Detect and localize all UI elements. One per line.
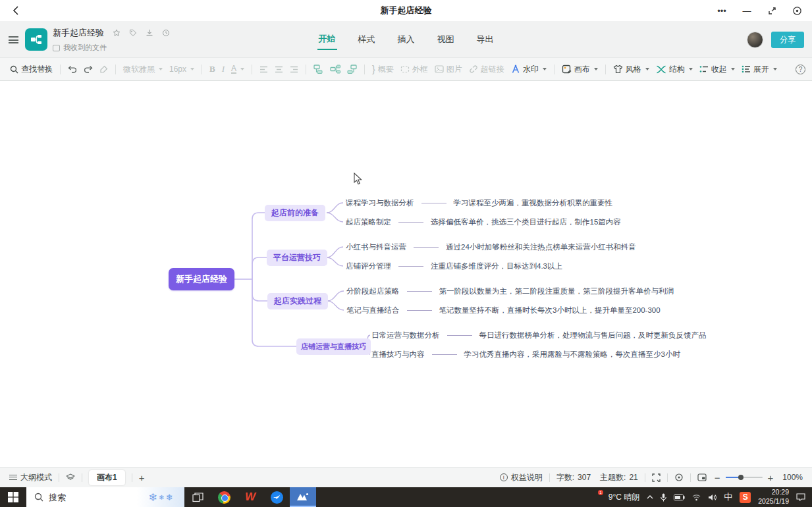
- align-right-button[interactable]: [286, 66, 302, 73]
- boundary-icon: [400, 65, 410, 73]
- branch-node-platform-ops[interactable]: 平台运营技巧: [267, 250, 327, 266]
- network-icon[interactable]: [692, 494, 701, 501]
- format-painter-button[interactable]: [96, 65, 111, 74]
- locate-center-button[interactable]: [674, 473, 684, 482]
- tab-insert[interactable]: 插入: [396, 30, 416, 49]
- chrome-app-button[interactable]: [211, 487, 237, 507]
- insert-sibling-topic-button[interactable]: [310, 65, 327, 74]
- tab-style[interactable]: 样式: [357, 30, 377, 49]
- font-family-select[interactable]: 微软雅黑: [120, 64, 166, 75]
- toolbar: 查找替换 微软雅黑 16px B I A: [0, 58, 812, 81]
- outline-icon: [9, 475, 17, 480]
- leaf-node[interactable]: 日常运营与数据分析 每日进行数据榜单分析，处理物流与售后问题，及时更新负反馈产品: [371, 330, 707, 340]
- branch-node-practice[interactable]: 起店实践过程: [267, 293, 328, 309]
- canvas-button[interactable]: 画布: [558, 64, 601, 75]
- align-center-button[interactable]: [271, 66, 286, 73]
- share-button[interactable]: 分享: [771, 32, 804, 48]
- hyperlink-button[interactable]: 超链接: [466, 64, 508, 75]
- action-center-icon[interactable]: [796, 493, 805, 501]
- font-size-select[interactable]: 16px: [166, 65, 198, 74]
- boundary-button[interactable]: 外框: [397, 64, 431, 75]
- fullscreen-button[interactable]: [652, 473, 661, 482]
- summary-button[interactable]: }概要: [369, 64, 397, 75]
- connector-line: [447, 335, 472, 336]
- connector-line: [414, 247, 439, 248]
- leaf-node[interactable]: 起店策略制定 选择偏低客单价，挑选三个类目进行起店，制作15篇内容: [346, 217, 621, 227]
- structure-button[interactable]: 结构: [653, 64, 696, 75]
- leaf-node[interactable]: 店铺评分管理 注重店铺多维度评分，目标达到4.3以上: [346, 261, 562, 271]
- connector-line: [407, 310, 432, 311]
- outline-mode-button[interactable]: 大纲模式: [9, 472, 52, 483]
- chevron-down-icon: [645, 68, 649, 70]
- image-button[interactable]: 图片: [431, 64, 466, 75]
- speaker-icon[interactable]: [708, 494, 717, 501]
- leaf-node[interactable]: 分阶段起店策略 第一阶段以数量为主，第二阶段注重质量，第三阶段提升客单价与利润: [346, 286, 674, 296]
- watermark-button[interactable]: 水印: [508, 64, 550, 75]
- italic-button[interactable]: I: [219, 64, 228, 74]
- find-replace-button[interactable]: 查找替换: [7, 64, 56, 75]
- more-options-icon[interactable]: •••: [716, 5, 728, 16]
- weather-text[interactable]: 9°C 晴朗: [609, 492, 639, 503]
- tab-export[interactable]: 导出: [475, 30, 495, 49]
- weather-widget[interactable]: 1: [590, 492, 601, 503]
- task-view-button[interactable]: [184, 487, 211, 507]
- align-left-button[interactable]: [256, 66, 271, 73]
- branch-node-preparation[interactable]: 起店前的准备: [265, 205, 325, 221]
- collapse-icon: [699, 65, 709, 73]
- wps-app-button[interactable]: W: [237, 487, 263, 507]
- expand-button[interactable]: 展开: [738, 64, 780, 75]
- tray-expand-chevron-icon[interactable]: [647, 495, 653, 499]
- sogou-input-icon[interactable]: S: [740, 492, 751, 503]
- user-avatar[interactable]: [747, 32, 763, 48]
- leaf-node[interactable]: 笔记与直播结合 笔记数量坚持不断，直播时长每次3小时以上，提升单量至200-30…: [346, 305, 661, 315]
- rights-info-button[interactable]: i 权益说明: [500, 472, 543, 483]
- ime-indicator[interactable]: 中: [724, 491, 732, 503]
- mindmap-app-button[interactable]: [290, 487, 316, 507]
- branch-node-store-live[interactable]: 店铺运营与直播技巧: [296, 338, 371, 355]
- canvas-tab-1[interactable]: 画布1: [89, 470, 125, 485]
- undo-button[interactable]: [65, 65, 80, 73]
- zoom-out-button[interactable]: −: [715, 473, 720, 483]
- bold-button[interactable]: B: [206, 64, 219, 74]
- target-mode-icon[interactable]: [791, 5, 803, 16]
- chevron-down-icon: [594, 68, 598, 70]
- chevron-down-icon: [240, 68, 244, 70]
- zoom-in-button[interactable]: +: [768, 473, 774, 483]
- layers-button[interactable]: [66, 473, 75, 481]
- add-canvas-button[interactable]: +: [139, 473, 145, 483]
- font-color-button[interactable]: A: [228, 65, 248, 74]
- style-button[interactable]: 风格: [610, 64, 653, 75]
- tab-view[interactable]: 视图: [436, 30, 456, 49]
- collapse-button[interactable]: 收起: [696, 64, 738, 75]
- layers-icon: [66, 473, 75, 481]
- help-icon[interactable]: ?: [796, 65, 805, 74]
- minimap-button[interactable]: [697, 473, 707, 481]
- leaf-node[interactable]: 课程学习与数据分析 学习课程至少两遍，重视数据分析积累的重要性: [346, 198, 612, 208]
- back-button[interactable]: [9, 4, 22, 17]
- zoom-slider-knob[interactable]: [738, 475, 744, 480]
- search-input[interactable]: [49, 493, 121, 502]
- insert-child-topic-button[interactable]: [327, 65, 344, 74]
- mindmap-root-node[interactable]: 新手起店经验: [169, 268, 234, 290]
- zoom-slider[interactable]: [726, 477, 763, 478]
- taskbar-clock[interactable]: 20:29 2025/1/19: [758, 488, 789, 506]
- mindmap-canvas[interactable]: 新手起店经验 起店前的准备 平台运营技巧 起店实践过程 店铺运营与直播技巧 课程…: [3, 82, 809, 467]
- canvas-icon: [562, 65, 572, 74]
- float-window-icon[interactable]: [766, 5, 778, 16]
- taskbar-search[interactable]: ❄❄❄: [26, 487, 184, 507]
- leaf-node[interactable]: 直播技巧与内容 学习优秀直播内容，采用露脸与不露脸策略，每次直播至少3小时: [371, 349, 680, 360]
- leaf-node[interactable]: 小红书与抖音运营 通过24小时加够粉丝和关注热点榜单来运营小红书和抖音: [346, 242, 636, 252]
- start-button[interactable]: [0, 487, 26, 507]
- watermark-icon: [511, 65, 520, 74]
- battery-icon[interactable]: [674, 494, 685, 500]
- tab-start[interactable]: 开始: [317, 29, 337, 50]
- dingtalk-app-button[interactable]: [263, 487, 290, 507]
- minimize-icon[interactable]: —: [741, 5, 753, 16]
- connector-line: [398, 266, 423, 267]
- topic-count: 主题数:21: [600, 472, 638, 483]
- redo-button[interactable]: [80, 65, 96, 73]
- chevron-down-icon: [731, 68, 735, 70]
- microphone-icon[interactable]: [661, 493, 666, 502]
- insert-parent-topic-button[interactable]: [344, 65, 360, 74]
- windows-logo-icon: [8, 492, 18, 502]
